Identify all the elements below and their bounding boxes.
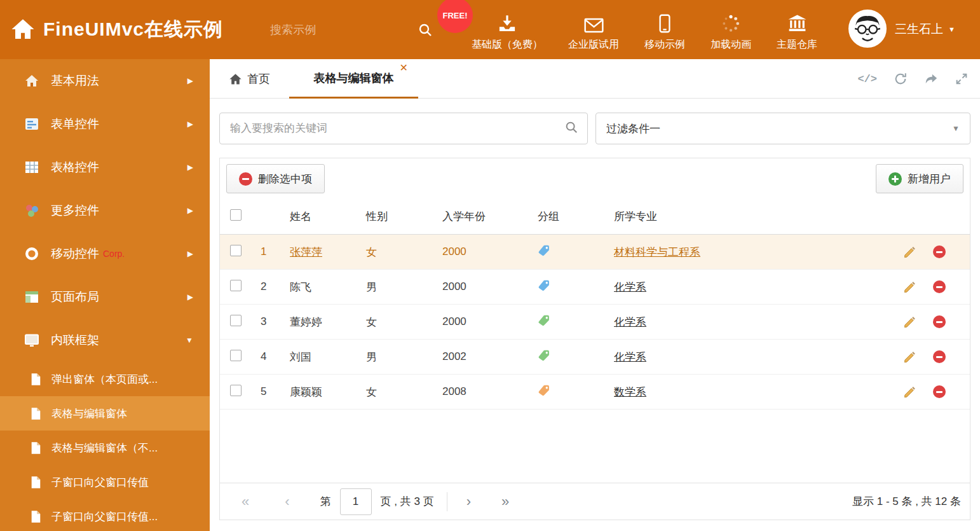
delete-row-icon[interactable] [933,315,946,328]
chevron-right-icon: ▶ [187,120,193,128]
sidebar-item-form-controls[interactable]: 表单控件 ▶ [0,102,210,146]
chevron-down-icon: ▼ [186,336,193,345]
row-checkbox[interactable] [230,280,242,291]
filter-dropdown[interactable]: 过滤条件一 ▼ [595,113,970,144]
student-name-link[interactable]: 张萍萍 [290,246,322,258]
first-page-button[interactable]: « [242,495,249,509]
sidebar-subitem-grid-edit-window-2[interactable]: 表格与编辑窗体（不... [0,431,210,465]
sidebar-item-more-controls[interactable]: 更多控件 ▶ [0,189,210,232]
page-suffix-label: 页 , 共 3 页 [381,494,434,509]
major-link[interactable]: 化学系 [614,281,646,293]
nav-item-loading-animation[interactable]: 加载动画 [698,8,764,52]
table-header-row: 姓名 性别 入学年份 分组 所学专业 [220,199,970,235]
tab-home[interactable]: 首页 [229,59,270,99]
refresh-icon[interactable] [894,72,908,86]
student-name: 康颖颖 [290,385,366,399]
delete-row-icon[interactable] [933,280,946,293]
chevron-right-icon: ▶ [187,206,193,215]
column-header-year[interactable]: 入学年份 [442,209,538,224]
delete-row-icon[interactable] [933,350,946,363]
sidebar: 基本用法 ▶ 表单控件 ▶ 表格控件 ▶ 更多控件 ▶ 移动控件 Corp. ▶ [0,59,210,531]
sidebar-item-label: 移动控件 [51,245,99,262]
sidebar-item-mobile-controls[interactable]: 移动控件 Corp. ▶ [0,232,210,275]
gender-cell: 男 [366,350,442,364]
user-menu[interactable]: 三生石上 ▼ [895,21,955,38]
year-cell: 2000 [442,280,538,293]
student-name: 陈飞 [290,280,366,294]
major-link[interactable]: 材料科学与工程系 [614,246,700,258]
edit-pencil-icon[interactable] [903,350,916,364]
sidebar-subitem-label: 子窗口向父窗口传值 [51,475,149,490]
home-logo-icon[interactable] [10,17,36,42]
add-button-label: 新增用户 [908,172,951,186]
tab-grid-edit-window[interactable]: 表格与编辑窗体 ✕ [289,59,418,99]
prev-page-button[interactable]: ‹ [285,495,289,509]
table-row: 3 董婷婷 女 2000 化学系 [220,305,970,340]
search-icon[interactable] [418,22,433,38]
delete-row-icon[interactable] [933,245,946,258]
major-link[interactable]: 化学系 [614,316,646,328]
share-icon[interactable] [924,72,938,86]
sidebar-subitem-popup-window[interactable]: 弹出窗体（本页面或... [0,362,210,396]
last-page-button[interactable]: » [501,495,509,509]
home-icon [229,72,242,86]
sidebar-subitem-grid-edit-window[interactable]: 表格与编辑窗体 [0,396,210,431]
gender-cell: 女 [366,315,442,329]
row-checkbox[interactable] [230,350,242,361]
search-icon[interactable] [564,120,578,137]
major-link[interactable]: 数学系 [614,386,646,398]
nav-item-label: 基础版（免费） [472,38,543,52]
tab-label: 首页 [247,71,270,86]
sidebar-item-basic-usage[interactable]: 基本用法 ▶ [0,59,210,102]
chevron-right-icon: ▶ [187,249,193,258]
row-checkbox[interactable] [230,245,242,256]
close-icon[interactable]: ✕ [400,63,408,73]
column-header-name[interactable]: 姓名 [290,209,366,224]
year-cell: 2000 [442,315,538,328]
envelope-icon [584,10,604,33]
pagination-bar: « ‹ 第 页 , 共 3 页 › » 显示 1 - 5 条 , 共 12 条 [220,483,970,520]
row-checkbox[interactable] [230,315,242,326]
file-icon [31,476,41,489]
source-code-icon[interactable]: </> [857,73,877,85]
sidebar-item-iframe[interactable]: 内联框架 ▼ [0,319,210,362]
column-header-gender[interactable]: 性别 [366,209,442,224]
tag-icon [538,314,550,330]
select-all-checkbox[interactable] [230,209,242,221]
page-prefix-label: 第 [320,494,331,509]
fullscreen-icon[interactable] [955,72,969,86]
add-user-button[interactable]: 新增用户 [876,164,963,193]
nav-item-enterprise-trial[interactable]: 企业版试用 [555,8,632,52]
page-number-input[interactable] [340,488,372,515]
next-page-button[interactable]: › [466,495,471,509]
nav-item-mobile-demo[interactable]: 移动示例 [632,8,698,52]
edit-pencil-icon[interactable] [903,245,916,259]
column-header-group[interactable]: 分组 [538,209,614,224]
table-grid-icon [24,160,39,175]
nav-item-label: 企业版试用 [568,38,619,52]
delete-selected-button[interactable]: 删除选中项 [226,164,325,193]
row-checkbox[interactable] [230,385,242,396]
bank-icon [787,10,807,33]
column-header-major[interactable]: 所学专业 [614,209,897,224]
sidebar-item-page-layout[interactable]: 页面布局 ▶ [0,275,210,319]
edit-pencil-icon[interactable] [903,315,916,329]
row-number: 2 [261,280,290,293]
delete-row-icon[interactable] [933,385,946,398]
user-avatar[interactable] [848,10,887,48]
sidebar-item-label: 页面布局 [51,289,99,305]
edit-pencil-icon[interactable] [903,385,916,399]
header-search-input[interactable] [270,24,418,37]
major-link[interactable]: 化学系 [614,351,646,363]
nav-item-theme-store[interactable]: 主题仓库 [764,8,830,52]
edit-pencil-icon[interactable] [903,280,916,294]
chevron-down-icon: ▼ [948,25,955,33]
row-number: 4 [261,350,290,363]
sidebar-item-grid-controls[interactable]: 表格控件 ▶ [0,146,210,189]
nav-item-basic-free[interactable]: 基础版（免费） [459,8,555,52]
grid-toolbar: 删除选中项 新增用户 [220,158,970,199]
keyword-search-input[interactable] [230,122,564,135]
table-row: 1 张萍萍 女 2000 材料科学与工程系 [220,235,970,270]
sidebar-subitem-child-to-parent[interactable]: 子窗口向父窗口传值 [0,465,210,499]
sidebar-subitem-child-to-parent-2[interactable]: 子窗口向父窗口传值... [0,499,210,531]
